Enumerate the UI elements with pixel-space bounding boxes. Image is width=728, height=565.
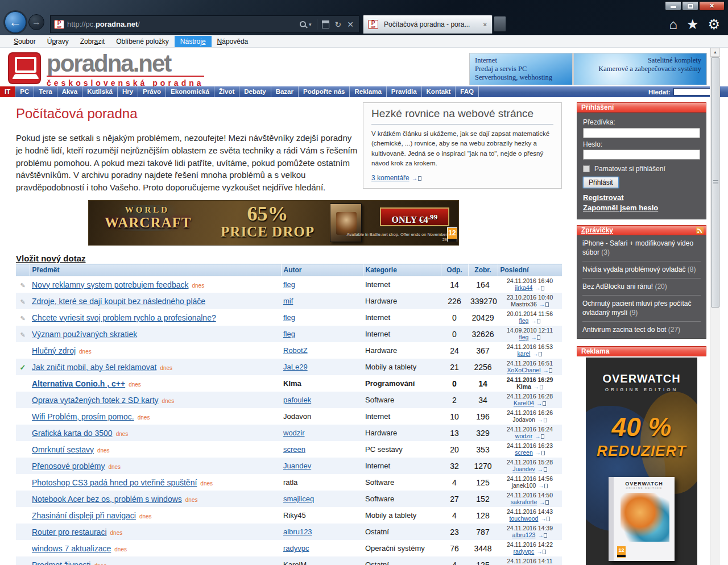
last-author-link[interactable]: XoXoChanel	[507, 367, 541, 373]
goto-page-icon[interactable]	[541, 286, 544, 290]
search-input[interactable]	[673, 88, 714, 95]
goto-arrow-icon[interactable]: →	[533, 384, 539, 390]
header-ad-left[interactable]: InternetPredaj a servis PCServerhousing,…	[469, 53, 573, 85]
last-author-link[interactable]: karel	[518, 350, 531, 357]
last-author-link[interactable]: screen	[515, 449, 533, 456]
author-link[interactable]: fleg	[283, 330, 295, 338]
col-last[interactable]: Poslední	[498, 264, 562, 276]
topic-link[interactable]: Omrknutí sestavy	[32, 445, 94, 454]
last-author-link[interactable]: radyvpc	[514, 548, 535, 555]
nav-item-kontakt[interactable]: Kontakt	[422, 86, 456, 97]
goto-arrow-icon[interactable]: →	[536, 549, 542, 555]
favorites-star-icon[interactable]: ★	[686, 16, 699, 33]
topic-link[interactable]: Přenosové problémy	[32, 462, 105, 471]
topic-link[interactable]: Zdroje, které se dají koupit bez následn…	[32, 297, 205, 306]
rss-icon[interactable]	[696, 227, 704, 234]
author-link[interactable]: JaLe29	[283, 363, 308, 371]
scrollbar-thumb[interactable]	[711, 57, 719, 308]
nav-item-pc[interactable]: PC	[15, 86, 34, 97]
author-link[interactable]: fleg	[283, 313, 295, 322]
news-item-link[interactable]: Ochrnutý pacient mluví přes počítač ovlá…	[582, 296, 701, 322]
author-link[interactable]: fleg	[283, 280, 295, 289]
scroll-up-icon[interactable]: ▲	[710, 48, 720, 57]
nav-item-it[interactable]: IT	[0, 86, 15, 97]
goto-arrow-icon[interactable]: →	[535, 285, 540, 292]
last-author-link[interactable]: jirka44	[515, 284, 533, 291]
nav-item-podpo-te-n-s[interactable]: Podpořte nás	[299, 86, 350, 97]
article-title[interactable]: Hezké rovnice na webové stránce	[371, 107, 553, 124]
nav-item-ekonomick-[interactable]: Ekonomická	[166, 86, 214, 97]
goto-page-icon[interactable]	[543, 550, 546, 554]
topic-link[interactable]: Novy reklamny system potrebujem feedback	[32, 280, 188, 289]
col-views[interactable]: Zobr.	[468, 264, 498, 276]
nav-item--ivot[interactable]: Život	[214, 86, 239, 97]
register-link[interactable]: Registrovat	[583, 193, 700, 202]
col-subject[interactable]: Předmět	[30, 264, 281, 276]
nav-item-pravidla[interactable]: Pravidla	[387, 86, 422, 97]
topic-link[interactable]: Chcete vyriesit svoj problem rychlo a pr…	[32, 313, 216, 322]
goto-arrow-icon[interactable]: →	[537, 466, 543, 473]
goto-page-icon[interactable]	[544, 418, 547, 422]
last-author-link[interactable]: touchwood	[510, 515, 539, 522]
goto-arrow-icon[interactable]: →	[535, 450, 541, 456]
topic-link[interactable]: Photoshop CS3 padá hned po vteřině spušt…	[32, 478, 197, 487]
author-link[interactable]: mif	[283, 297, 293, 305]
last-author-link[interactable]: wodzir	[515, 433, 532, 439]
goto-page-icon[interactable]	[537, 319, 540, 323]
site-logo[interactable]: poradna.net československá poradna	[8, 52, 204, 88]
author-link[interactable]: albru123	[283, 527, 312, 536]
url-text[interactable]: http://pc.poradna.net/	[67, 20, 296, 28]
topic-link[interactable]: Notebook Acer bez os, problém s windows	[32, 495, 182, 504]
goto-page-icon[interactable]	[544, 467, 547, 472]
forward-button[interactable]: →	[28, 14, 44, 30]
topic-link[interactable]: Grafická karta do 3500	[32, 429, 113, 438]
last-author-link[interactable]: Karel04	[514, 400, 534, 406]
news-item-link[interactable]: iPhone - Safari + modifikovaný video súb…	[582, 235, 701, 261]
goto-page-icon[interactable]	[540, 385, 543, 389]
maximize-button[interactable]	[682, 1, 698, 11]
topic-link[interactable]: Hlučný zdroj	[32, 346, 76, 355]
goto-arrow-icon[interactable]: →	[537, 417, 543, 423]
goto-page-icon[interactable]	[547, 517, 550, 521]
author-link[interactable]: screen	[283, 445, 305, 454]
goto-arrow-icon[interactable]: →	[532, 351, 538, 358]
settings-gear-icon[interactable]: ⚙	[708, 16, 720, 33]
nav-item-akva[interactable]: Akva	[57, 86, 83, 97]
goto-arrow-icon[interactable]: →	[543, 367, 548, 374]
goto-page-icon[interactable]	[545, 302, 549, 307]
topic-link[interactable]: Predmet živnosti	[32, 560, 90, 565]
nav-item-faq[interactable]: FAQ	[456, 86, 479, 97]
goto-page-icon[interactable]	[544, 533, 547, 538]
article-comments-link[interactable]: 3 komentáře	[371, 174, 410, 182]
remember-checkbox[interactable]	[583, 165, 590, 172]
goto-arrow-icon[interactable]: →	[538, 483, 544, 489]
wow-banner-ad[interactable]: WORLD WARCRAFT 65% PRICE DROP ONLY €4.99…	[88, 200, 459, 246]
goto-page-icon[interactable]	[549, 368, 552, 373]
col-category[interactable]: Kategorie	[363, 264, 441, 276]
author-link[interactable]: Juandev	[283, 462, 311, 470]
goto-page-icon[interactable]	[541, 434, 544, 439]
chevron-down-icon[interactable]: ▾	[309, 22, 312, 27]
goto-page-icon[interactable]	[545, 500, 549, 505]
search-icon[interactable]	[300, 21, 306, 27]
goto-page-icon[interactable]	[541, 451, 545, 455]
news-item-link[interactable]: Bez AdBlocku ani ránu! (20)	[582, 279, 701, 296]
col-replies[interactable]: Odp.	[441, 264, 468, 276]
goto-page-icon[interactable]	[418, 176, 421, 181]
menu-item[interactable]: Nápověda	[212, 36, 254, 47]
topic-link[interactable]: Zhasinání displeji při navigaci	[32, 511, 136, 520]
page-scrollbar[interactable]: ▲	[710, 48, 720, 565]
menu-item[interactable]: Úpravy	[42, 36, 75, 47]
goto-arrow-icon[interactable]: →	[536, 400, 542, 407]
goto-page-icon[interactable]	[537, 335, 540, 340]
topic-link[interactable]: Wifi Problém, prosím pomoc.	[32, 412, 134, 421]
forgot-password-link[interactable]: Zapomněl jsem heslo	[583, 203, 700, 212]
nav-item-hry[interactable]: Hry	[118, 86, 138, 97]
goto-page-icon[interactable]	[543, 401, 546, 406]
news-item-link[interactable]: Antivirum zacina tect do bot (27)	[582, 322, 701, 338]
stop-icon[interactable]: ✕	[347, 20, 354, 29]
news-item-link[interactable]: Nvidia vydala problémový ovladač (8)	[582, 261, 701, 279]
tab-close-icon[interactable]: ×	[482, 21, 489, 28]
goto-page-icon[interactable]	[539, 352, 542, 356]
menu-item[interactable]: Nástroje	[175, 36, 212, 47]
